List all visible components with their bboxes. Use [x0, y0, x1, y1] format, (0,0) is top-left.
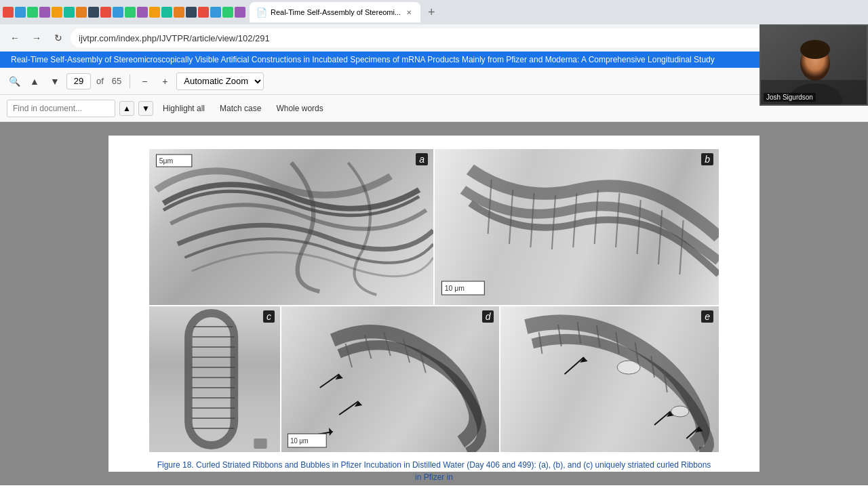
svg-point-54 — [618, 361, 641, 374]
svg-line-3 — [509, 190, 513, 244]
zoom-out-button[interactable]: − — [136, 73, 153, 90]
webcam-overlay: Josh Sigurdson — [760, 24, 868, 106]
svg-marker-37 — [329, 428, 333, 436]
taskbar-icon — [15, 7, 26, 18]
svg-text:10 μm: 10 μm — [290, 437, 308, 445]
svg-line-48 — [565, 357, 584, 374]
address-bar-row: ← → ↻ ☆ ⬆ 🛡 🔔 1 ⋮ — [0, 24, 868, 52]
svg-line-6 — [573, 193, 576, 247]
panel-e-label: e — [701, 310, 713, 323]
figure-panel-c: c — [149, 306, 280, 452]
tab-label: Real-Time Self-Assembly of Stereomi... — [271, 8, 401, 16]
taskbar-icon — [149, 7, 160, 18]
figure-bottom-row: c — [149, 306, 719, 452]
scroll-up-button[interactable]: ▲ — [26, 73, 43, 90]
forward-button[interactable]: → — [27, 28, 46, 47]
panel-c-label: c — [263, 310, 275, 323]
taskbar-icon — [39, 7, 50, 18]
toolbar-separator — [130, 75, 130, 88]
search-prev-button[interactable]: ▲ — [119, 101, 134, 116]
svg-rect-26 — [254, 439, 267, 449]
svg-point-55 — [671, 406, 689, 417]
figure-panel-e: e — [500, 306, 719, 452]
search-bar: ▲ ▼ Highlight all Match case Whole words — [0, 95, 868, 122]
panel-b-label: b — [701, 153, 713, 165]
notification-bar: Real-Time Self-Assembly of Stereomicrosc… — [0, 52, 868, 68]
figure-top-row: 5μm a — [149, 149, 719, 305]
svg-line-5 — [552, 195, 555, 249]
taskbar-icon — [235, 7, 245, 18]
panel-d-overlay: 10 μm — [281, 306, 500, 452]
svg-line-50 — [654, 411, 671, 425]
taskbar-icon — [64, 7, 75, 18]
tab-close-icon[interactable]: ✕ — [404, 7, 414, 17]
webcam-name-label: Josh Sigurdson — [764, 93, 816, 102]
taskbar-icon — [174, 7, 184, 18]
svg-text:10 μm: 10 μm — [445, 285, 465, 292]
taskbar-icon — [125, 7, 136, 18]
pdf-toolbar: 🔍 ▲ ▼ of 65 − + Automatic Zoom 50% 75% 1… — [0, 68, 868, 95]
taskbar-icon — [222, 7, 233, 18]
active-tab[interactable]: 📄 Real-Time Self-Assembly of Stereomi...… — [250, 2, 420, 22]
whole-words-button[interactable]: Whole words — [271, 102, 328, 115]
pdf-page: 5μm a — [108, 136, 760, 472]
refresh-button[interactable]: ↻ — [49, 28, 68, 47]
taskbar-icon — [113, 7, 123, 18]
svg-line-4 — [530, 193, 534, 247]
panel-b-overlay: 10 μm — [435, 149, 719, 305]
svg-line-32 — [320, 374, 339, 388]
taskbar-icon — [161, 7, 172, 18]
taskbar-icon — [3, 7, 14, 18]
caption-line1: Figure 18. Curled Striated Ribbons and B… — [157, 460, 711, 482]
svg-point-59 — [800, 40, 830, 59]
taskbar-icon — [198, 7, 209, 18]
taskbar-icons: 📄 Real-Time Self-Assembly of Stereomi...… — [3, 2, 441, 22]
panel-d-label: d — [482, 310, 494, 323]
svg-line-34 — [339, 401, 358, 415]
svg-text:5μm: 5μm — [159, 157, 174, 165]
figure-panel-a: 5μm a — [149, 149, 433, 305]
page-number-input[interactable] — [66, 73, 91, 89]
taskbar-icon — [76, 7, 87, 18]
pdf-content[interactable]: 5μm a — [0, 122, 868, 485]
search-toggle-button[interactable]: 🔍 — [5, 73, 23, 90]
page-total: 65 — [109, 76, 124, 86]
browser-tab-strip: 📄 Real-Time Self-Assembly of Stereomi...… — [0, 0, 868, 24]
match-case-button[interactable]: Match case — [214, 102, 267, 115]
taskbar-icon — [100, 7, 111, 18]
figure-panel-d: 10 μm d — [281, 306, 500, 452]
figure-container: 5μm a — [149, 149, 719, 452]
caption-line2: DW at 406 days of incubation (40X/100X/2… — [169, 485, 698, 485]
zoom-select[interactable]: Automatic Zoom 50% 75% 100% 125% 150% 20… — [176, 73, 264, 90]
notification-text: Real-Time Self-Assembly of Stereomicrosc… — [11, 55, 715, 64]
scroll-down-button[interactable]: ▼ — [46, 73, 64, 90]
search-next-button[interactable]: ▼ — [138, 101, 153, 116]
search-input[interactable] — [7, 100, 115, 117]
panel-c-overlay — [149, 306, 280, 452]
page-separator: of — [94, 76, 106, 86]
highlight-all-button[interactable]: Highlight all — [157, 102, 210, 115]
taskbar-icon — [186, 7, 197, 18]
taskbar-icon — [137, 7, 148, 18]
figure-caption: Figure 18. Curled Striated Ribbons and B… — [149, 459, 719, 485]
tab-favicon: 📄 — [256, 7, 267, 18]
taskbar-icon — [210, 7, 221, 18]
back-button[interactable]: ← — [5, 28, 24, 47]
panel-a-label: a — [416, 153, 428, 165]
figure-panel-b: 10 μm b — [435, 149, 719, 305]
new-tab-button[interactable]: + — [422, 3, 441, 22]
taskbar-icon — [52, 7, 62, 18]
svg-rect-14 — [189, 313, 235, 445]
panel-a-overlay: 5μm — [149, 149, 433, 305]
address-input[interactable] — [71, 28, 776, 47]
zoom-in-button[interactable]: + — [156, 73, 174, 90]
taskbar-icon — [88, 7, 99, 18]
panel-e-overlay — [500, 306, 719, 452]
taskbar-icon — [27, 7, 38, 18]
